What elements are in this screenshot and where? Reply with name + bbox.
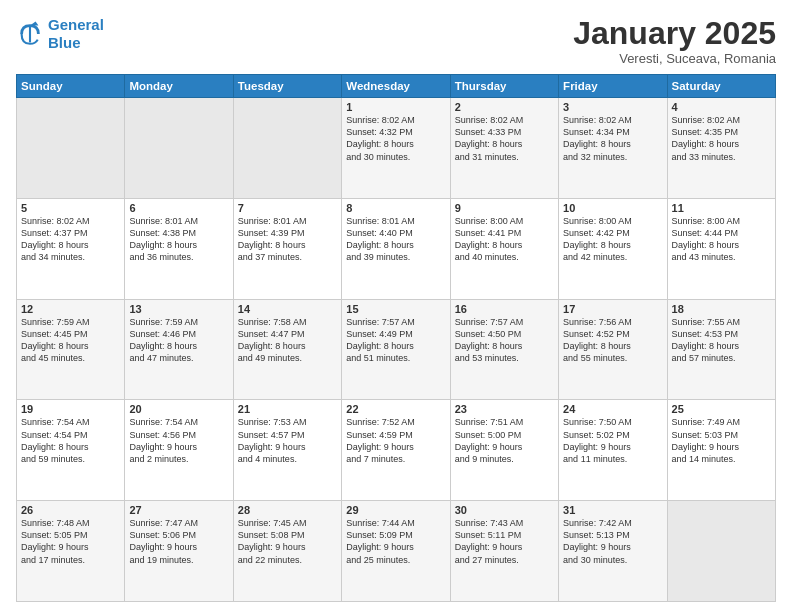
calendar-cell: 26Sunrise: 7:48 AM Sunset: 5:05 PM Dayli… [17, 501, 125, 602]
day-info: Sunrise: 7:57 AM Sunset: 4:50 PM Dayligh… [455, 316, 554, 365]
day-info: Sunrise: 8:02 AM Sunset: 4:32 PM Dayligh… [346, 114, 445, 163]
logo: General Blue [16, 16, 104, 52]
day-number: 14 [238, 303, 337, 315]
calendar-week-row: 19Sunrise: 7:54 AM Sunset: 4:54 PM Dayli… [17, 400, 776, 501]
day-number: 25 [672, 403, 771, 415]
day-number: 31 [563, 504, 662, 516]
calendar-week-row: 12Sunrise: 7:59 AM Sunset: 4:45 PM Dayli… [17, 299, 776, 400]
day-info: Sunrise: 8:01 AM Sunset: 4:40 PM Dayligh… [346, 215, 445, 264]
calendar-week-row: 5Sunrise: 8:02 AM Sunset: 4:37 PM Daylig… [17, 198, 776, 299]
day-number: 11 [672, 202, 771, 214]
day-info: Sunrise: 8:02 AM Sunset: 4:37 PM Dayligh… [21, 215, 120, 264]
day-info: Sunrise: 7:45 AM Sunset: 5:08 PM Dayligh… [238, 517, 337, 566]
calendar-cell: 22Sunrise: 7:52 AM Sunset: 4:59 PM Dayli… [342, 400, 450, 501]
day-info: Sunrise: 8:02 AM Sunset: 4:34 PM Dayligh… [563, 114, 662, 163]
day-number: 15 [346, 303, 445, 315]
day-number: 9 [455, 202, 554, 214]
calendar-cell: 7Sunrise: 8:01 AM Sunset: 4:39 PM Daylig… [233, 198, 341, 299]
day-number: 24 [563, 403, 662, 415]
day-info: Sunrise: 8:00 AM Sunset: 4:44 PM Dayligh… [672, 215, 771, 264]
day-info: Sunrise: 7:47 AM Sunset: 5:06 PM Dayligh… [129, 517, 228, 566]
calendar-cell: 20Sunrise: 7:54 AM Sunset: 4:56 PM Dayli… [125, 400, 233, 501]
weekday-header: Saturday [667, 75, 775, 98]
calendar-cell: 5Sunrise: 8:02 AM Sunset: 4:37 PM Daylig… [17, 198, 125, 299]
day-number: 4 [672, 101, 771, 113]
day-number: 22 [346, 403, 445, 415]
weekday-header: Thursday [450, 75, 558, 98]
page: General Blue January 2025 Veresti, Sucea… [0, 0, 792, 612]
calendar-week-row: 1Sunrise: 8:02 AM Sunset: 4:32 PM Daylig… [17, 98, 776, 199]
calendar-cell: 17Sunrise: 7:56 AM Sunset: 4:52 PM Dayli… [559, 299, 667, 400]
calendar-cell: 31Sunrise: 7:42 AM Sunset: 5:13 PM Dayli… [559, 501, 667, 602]
calendar-cell [233, 98, 341, 199]
calendar-cell [667, 501, 775, 602]
day-info: Sunrise: 7:55 AM Sunset: 4:53 PM Dayligh… [672, 316, 771, 365]
calendar-cell: 27Sunrise: 7:47 AM Sunset: 5:06 PM Dayli… [125, 501, 233, 602]
day-info: Sunrise: 8:00 AM Sunset: 4:41 PM Dayligh… [455, 215, 554, 264]
day-number: 18 [672, 303, 771, 315]
calendar-cell: 11Sunrise: 8:00 AM Sunset: 4:44 PM Dayli… [667, 198, 775, 299]
calendar-week-row: 26Sunrise: 7:48 AM Sunset: 5:05 PM Dayli… [17, 501, 776, 602]
calendar-cell [17, 98, 125, 199]
calendar: SundayMondayTuesdayWednesdayThursdayFrid… [16, 74, 776, 602]
day-info: Sunrise: 7:57 AM Sunset: 4:49 PM Dayligh… [346, 316, 445, 365]
day-info: Sunrise: 7:44 AM Sunset: 5:09 PM Dayligh… [346, 517, 445, 566]
day-info: Sunrise: 8:02 AM Sunset: 4:35 PM Dayligh… [672, 114, 771, 163]
calendar-cell: 13Sunrise: 7:59 AM Sunset: 4:46 PM Dayli… [125, 299, 233, 400]
day-info: Sunrise: 7:52 AM Sunset: 4:59 PM Dayligh… [346, 416, 445, 465]
calendar-cell: 4Sunrise: 8:02 AM Sunset: 4:35 PM Daylig… [667, 98, 775, 199]
day-info: Sunrise: 7:58 AM Sunset: 4:47 PM Dayligh… [238, 316, 337, 365]
day-info: Sunrise: 7:49 AM Sunset: 5:03 PM Dayligh… [672, 416, 771, 465]
day-info: Sunrise: 7:53 AM Sunset: 4:57 PM Dayligh… [238, 416, 337, 465]
calendar-cell: 10Sunrise: 8:00 AM Sunset: 4:42 PM Dayli… [559, 198, 667, 299]
calendar-cell: 1Sunrise: 8:02 AM Sunset: 4:32 PM Daylig… [342, 98, 450, 199]
weekday-header: Monday [125, 75, 233, 98]
calendar-cell: 24Sunrise: 7:50 AM Sunset: 5:02 PM Dayli… [559, 400, 667, 501]
calendar-cell: 28Sunrise: 7:45 AM Sunset: 5:08 PM Dayli… [233, 501, 341, 602]
day-number: 21 [238, 403, 337, 415]
day-number: 16 [455, 303, 554, 315]
weekday-header: Wednesday [342, 75, 450, 98]
month-title: January 2025 [573, 16, 776, 51]
weekday-header: Tuesday [233, 75, 341, 98]
day-info: Sunrise: 8:01 AM Sunset: 4:39 PM Dayligh… [238, 215, 337, 264]
day-info: Sunrise: 7:50 AM Sunset: 5:02 PM Dayligh… [563, 416, 662, 465]
calendar-cell: 23Sunrise: 7:51 AM Sunset: 5:00 PM Dayli… [450, 400, 558, 501]
calendar-cell: 18Sunrise: 7:55 AM Sunset: 4:53 PM Dayli… [667, 299, 775, 400]
day-number: 3 [563, 101, 662, 113]
logo-icon [16, 20, 44, 48]
calendar-cell: 16Sunrise: 7:57 AM Sunset: 4:50 PM Dayli… [450, 299, 558, 400]
weekday-header: Friday [559, 75, 667, 98]
day-info: Sunrise: 7:56 AM Sunset: 4:52 PM Dayligh… [563, 316, 662, 365]
calendar-cell: 19Sunrise: 7:54 AM Sunset: 4:54 PM Dayli… [17, 400, 125, 501]
calendar-cell: 12Sunrise: 7:59 AM Sunset: 4:45 PM Dayli… [17, 299, 125, 400]
calendar-cell: 9Sunrise: 8:00 AM Sunset: 4:41 PM Daylig… [450, 198, 558, 299]
day-number: 2 [455, 101, 554, 113]
day-info: Sunrise: 7:48 AM Sunset: 5:05 PM Dayligh… [21, 517, 120, 566]
calendar-cell: 30Sunrise: 7:43 AM Sunset: 5:11 PM Dayli… [450, 501, 558, 602]
day-number: 12 [21, 303, 120, 315]
day-number: 23 [455, 403, 554, 415]
day-info: Sunrise: 8:00 AM Sunset: 4:42 PM Dayligh… [563, 215, 662, 264]
logo-line1: General [48, 16, 104, 33]
day-info: Sunrise: 7:54 AM Sunset: 4:56 PM Dayligh… [129, 416, 228, 465]
day-number: 7 [238, 202, 337, 214]
calendar-cell: 6Sunrise: 8:01 AM Sunset: 4:38 PM Daylig… [125, 198, 233, 299]
day-number: 26 [21, 504, 120, 516]
calendar-cell: 8Sunrise: 8:01 AM Sunset: 4:40 PM Daylig… [342, 198, 450, 299]
day-info: Sunrise: 7:42 AM Sunset: 5:13 PM Dayligh… [563, 517, 662, 566]
day-number: 8 [346, 202, 445, 214]
logo-line2: Blue [48, 34, 81, 51]
logo-text: General Blue [48, 16, 104, 52]
calendar-cell: 25Sunrise: 7:49 AM Sunset: 5:03 PM Dayli… [667, 400, 775, 501]
weekday-header-row: SundayMondayTuesdayWednesdayThursdayFrid… [17, 75, 776, 98]
day-number: 28 [238, 504, 337, 516]
calendar-cell: 29Sunrise: 7:44 AM Sunset: 5:09 PM Dayli… [342, 501, 450, 602]
day-number: 29 [346, 504, 445, 516]
day-info: Sunrise: 7:51 AM Sunset: 5:00 PM Dayligh… [455, 416, 554, 465]
day-number: 1 [346, 101, 445, 113]
calendar-cell: 2Sunrise: 8:02 AM Sunset: 4:33 PM Daylig… [450, 98, 558, 199]
calendar-cell: 14Sunrise: 7:58 AM Sunset: 4:47 PM Dayli… [233, 299, 341, 400]
day-number: 10 [563, 202, 662, 214]
header: General Blue January 2025 Veresti, Sucea… [16, 16, 776, 66]
